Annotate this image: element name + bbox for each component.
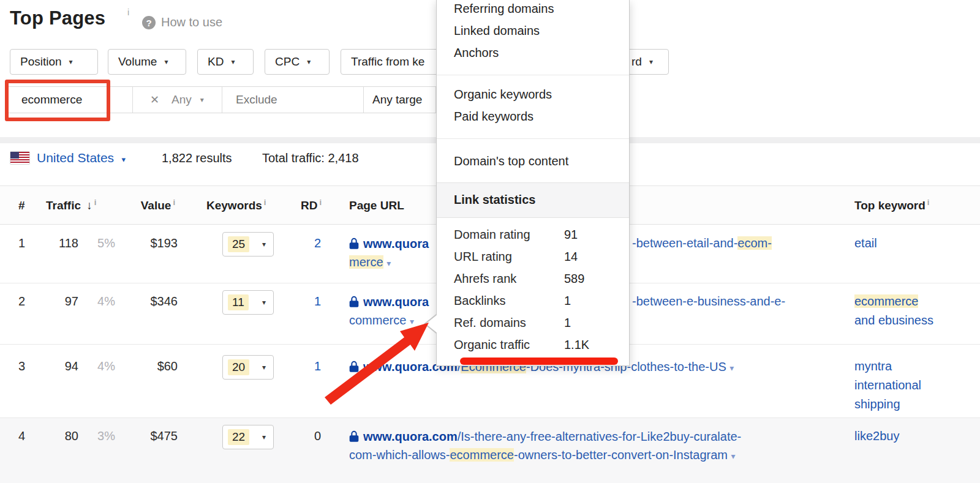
filter-cpc[interactable]: CPC▾ [265,49,330,75]
stat-label: Domain rating [454,228,530,242]
chevron-down-icon: ▾ [69,58,73,66]
top-keyword-link[interactable]: like2buy [854,429,899,443]
table-row: 4 80 3% $475 22 ▾ 0 www.quora.com/Is-the… [0,417,980,483]
stat-value: 1 [564,316,571,330]
menu-item-anchors[interactable]: Anchors [437,46,499,60]
menu-item-paid-keywords[interactable]: Paid keywords [437,110,533,124]
lock-icon [349,430,359,442]
how-to-use-link[interactable]: How to use [161,15,222,29]
top-keyword-line3[interactable]: shipping [854,397,900,411]
chevron-down-icon: ▾ [200,95,204,104]
chevron-down-icon: ▾ [262,363,266,372]
traffic-cell: 80 [43,429,78,443]
stat-label: Organic traffic [454,338,530,352]
info-icon: i [927,198,930,207]
link-statistics-header: Link statistics [437,182,629,218]
info-icon: i [127,7,129,17]
traffic-pct-cell: 4% [86,294,115,309]
results-count: 1,822 results [162,151,232,165]
exclude-keyword-input[interactable] [235,92,363,107]
traffic-pct-cell: 3% [86,429,115,443]
context-menu-panel: Referring domains Linked domains Anchors… [436,0,630,366]
chevron-down-icon: ▾ [262,298,266,307]
page-url-fragment[interactable]: -between-etail-and-ecom- [632,236,772,250]
chevron-down-icon: ▾ [262,240,266,249]
rank-cell: 4 [18,429,25,443]
value-cell: $193 [123,236,178,250]
sort-desc-icon: ↓ [86,199,92,212]
question-icon[interactable]: ? [142,16,156,29]
menu-item-linked-domains[interactable]: Linked domains [437,24,540,38]
top-keyword-line2[interactable]: international [854,378,921,392]
info-icon: i [173,198,175,207]
value-cell: $60 [123,359,178,373]
stat-value: 1 [564,294,571,308]
col-top-keyword: Top keywordi [854,199,929,212]
match-mode-dropdown[interactable]: Any [172,93,192,107]
lock-icon [349,238,359,249]
traffic-cell: 118 [43,236,78,250]
us-flag-icon [10,151,30,165]
country-selector[interactable]: United States ▾ [37,151,126,165]
keywords-dropdown[interactable]: 20 ▾ [222,355,274,380]
keywords-dropdown[interactable]: 25 ▾ [222,232,274,256]
filter-kd[interactable]: KD▾ [197,49,254,75]
col-rank: # [18,199,25,212]
stat-value: 91 [564,228,578,242]
match-mode-segment: ✕ Any ▾ [132,87,222,113]
col-rd: RDi [301,199,322,212]
lock-icon [349,296,359,307]
rank-cell: 2 [18,294,25,309]
page-url-link[interactable]: www.quora [349,236,429,251]
value-cell: $475 [123,429,178,443]
page-url-line2[interactable]: merce ▾ [349,255,391,269]
info-icon: i [264,198,266,207]
rd-link[interactable]: 1 [294,294,321,309]
traffic-cell: 94 [43,359,78,373]
keywords-dropdown[interactable]: 22 ▾ [222,425,274,449]
stat-label: URL rating [454,250,512,264]
page-url-fragment[interactable]: -between-e-business-and-e- [632,294,785,309]
page-url-line2[interactable]: com-which-allows-ecommerce-owners-to-bet… [349,448,736,462]
page-url-link[interactable]: www.quora.com/Is-there-any-free-alternat… [349,429,741,444]
traffic-pct-cell: 4% [86,359,115,373]
top-pages-report: Top Pages i ? How to use Position▾ Volum… [0,0,980,483]
traffic-pct-cell: 5% [86,236,115,250]
rank-cell: 1 [18,236,25,250]
filter-position[interactable]: Position▾ [10,49,98,75]
keywords-dropdown[interactable]: 11 ▾ [222,290,274,315]
menu-item-organic-keywords[interactable]: Organic keywords [437,88,552,102]
top-keyword-link[interactable]: etail [854,236,877,250]
menu-item-referring-domains[interactable]: Referring domains [437,2,554,16]
exclude-segment [222,87,363,113]
clear-filter-icon[interactable]: ✕ [150,93,159,107]
chevron-down-icon: ▾ [307,58,311,66]
stat-value: 1.1K [564,338,589,352]
value-cell: $346 [123,294,178,309]
chevron-down-icon: ▾ [122,155,126,164]
top-keyword-link[interactable]: myntra [854,359,892,373]
stat-label: Ref. domains [454,316,526,330]
rank-cell: 3 [18,359,25,373]
col-traffic[interactable]: Traffic ↓i [46,199,96,212]
rd-value: 0 [294,429,321,443]
top-keyword-line2[interactable]: and ebusiness [854,313,933,328]
page-url-link[interactable]: www.quora [349,294,429,309]
target-filter-dropdown[interactable]: Any targe [372,93,422,107]
filter-volume[interactable]: Volume▾ [108,49,186,75]
chevron-down-icon: ▾ [231,58,235,66]
traffic-cell: 97 [43,294,78,309]
stat-label: Backlinks [454,294,505,308]
stat-value: 14 [564,250,578,264]
page-title: Top Pages [10,7,105,29]
chevron-down-icon: ▾ [386,258,391,268]
target-segment: Any targe [363,87,435,113]
menu-item-domains-top-content[interactable]: Domain's top content [437,154,568,168]
total-traffic: Total traffic: 2,418 [262,151,359,165]
rd-link[interactable]: 2 [294,236,321,250]
annotation-red-arrow [306,309,441,413]
chevron-down-icon: ▾ [164,58,168,66]
chevron-down-icon: ▾ [649,58,653,66]
chevron-down-icon: ▾ [731,451,736,461]
top-keyword-link[interactable]: ecommerce [854,294,918,309]
